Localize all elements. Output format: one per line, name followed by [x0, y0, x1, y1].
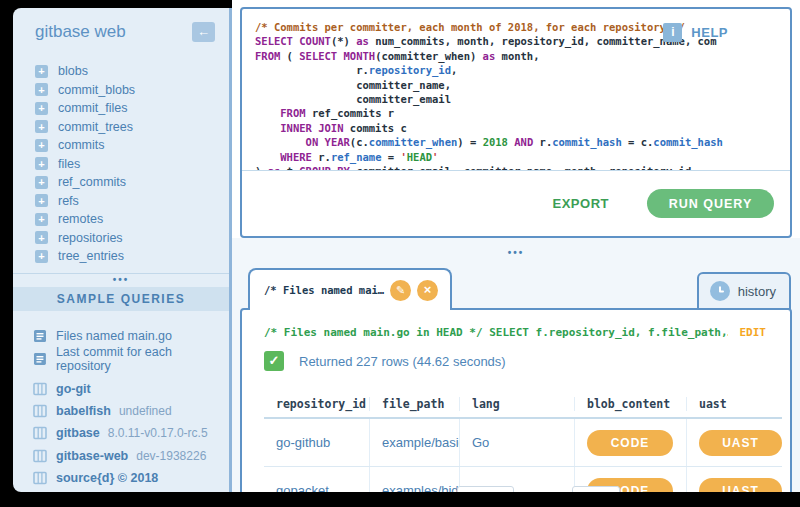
- column-header[interactable]: lang: [459, 397, 574, 411]
- sidebar-table-item[interactable]: + remotes: [13, 210, 229, 229]
- status-row: ✓ Returned 227 rows (44.62 seconds): [264, 351, 790, 371]
- expand-plus-icon[interactable]: +: [35, 83, 48, 96]
- tab-label: /* Files named mai…: [264, 284, 384, 296]
- table-name: commit_blobs: [58, 83, 135, 97]
- editor-footer: EXPORT RUN QUERY: [242, 170, 790, 236]
- history-label: history: [738, 284, 776, 299]
- expand-plus-icon[interactable]: +: [35, 157, 48, 170]
- expand-plus-icon[interactable]: +: [35, 194, 48, 207]
- code-line: WHERE r.ref_name = 'HEAD': [255, 150, 790, 164]
- code-button[interactable]: CODE: [587, 430, 673, 456]
- version-item: go-git: [13, 378, 229, 400]
- table-name: ref_commits: [58, 175, 126, 189]
- sidebar-table-item[interactable]: + commits: [13, 136, 229, 155]
- sidebar-collapse-button[interactable]: ←: [192, 22, 215, 42]
- sql-editor-panel: /* Commits per committer, each month of …: [240, 7, 792, 238]
- sidebar-table-item[interactable]: + repositories: [13, 229, 229, 248]
- sidebar-header: gitbase web ←: [13, 8, 229, 42]
- version-item: source{d} © 2018: [13, 467, 229, 489]
- table-header-row: repository_id file_path lang blob_conten…: [264, 391, 782, 419]
- sidebar-table-item[interactable]: + tree_entries: [13, 247, 229, 266]
- component-version: undefined: [119, 404, 172, 418]
- document-icon: [33, 352, 47, 366]
- book-icon: [33, 426, 47, 440]
- code-line: committer_name,: [255, 78, 790, 92]
- left-arrow-icon: ←: [197, 24, 210, 39]
- table-name: commit_files: [58, 101, 127, 115]
- edit-tab-button[interactable]: ✎: [390, 280, 411, 301]
- sidebar-table-item[interactable]: + files: [13, 155, 229, 174]
- success-checkbox[interactable]: ✓: [264, 351, 284, 371]
- expand-plus-icon[interactable]: +: [35, 231, 48, 244]
- table-name: blobs: [58, 64, 88, 78]
- pagination-control-partial[interactable]: [457, 486, 514, 492]
- check-icon: ✓: [269, 353, 280, 368]
- table-name: refs: [58, 194, 79, 208]
- sidebar-table-item[interactable]: + ref_commits: [13, 173, 229, 192]
- column-header[interactable]: uast: [686, 397, 782, 411]
- table-name: tree_entries: [58, 249, 124, 263]
- results-section: ••• /* Files named mai… ✎ ×: [232, 238, 800, 492]
- app-title: gitbase web: [35, 22, 126, 42]
- sample-query-label: Files named main.go: [56, 329, 172, 343]
- sample-query-item[interactable]: Last commit for each repository: [13, 348, 229, 371]
- sidebar-table-item[interactable]: + blobs: [13, 62, 229, 81]
- clock-icon: [710, 281, 730, 301]
- expand-plus-icon[interactable]: +: [35, 250, 48, 263]
- sample-query-label: Last commit for each repository: [56, 345, 229, 373]
- book-icon: [33, 404, 47, 418]
- component-name: go-git: [56, 382, 91, 396]
- sidebar-table-item[interactable]: + commit_trees: [13, 118, 229, 137]
- book-icon: [33, 471, 47, 485]
- cell-blob-content: CODE: [574, 419, 686, 466]
- sidebar-table-item[interactable]: + commit_blobs: [13, 81, 229, 100]
- drag-dots-icon: •••: [508, 250, 525, 256]
- table-row: gopacket examples/bidire… Go CODE UAST: [264, 467, 782, 492]
- status-text: Returned 227 rows (44.62 seconds): [299, 354, 506, 369]
- table-name: files: [58, 157, 80, 171]
- expand-plus-icon[interactable]: +: [35, 176, 48, 189]
- sidebar-splitter-handle[interactable]: •••: [13, 273, 229, 287]
- expand-plus-icon[interactable]: +: [35, 213, 48, 226]
- column-header[interactable]: file_path: [369, 397, 459, 411]
- version-list: go-git babelfish undefined: [13, 378, 229, 489]
- tab-files-named-main[interactable]: /* Files named mai… ✎ ×: [248, 268, 452, 310]
- cell-lang: Go: [459, 419, 574, 466]
- uast-button[interactable]: UAST: [699, 478, 782, 493]
- sidebar: gitbase web ← + blobs + commit_blobs +: [13, 8, 232, 492]
- expand-plus-icon[interactable]: +: [35, 120, 48, 133]
- drag-dots-icon: •••: [113, 277, 130, 283]
- close-tab-button[interactable]: ×: [417, 280, 438, 301]
- help-button[interactable]: i HELP: [663, 23, 728, 42]
- version-item: gitbase 8.0.11-v0.17.0-rc.5: [13, 422, 229, 444]
- component-name: source{d} © 2018: [56, 471, 158, 485]
- gitbase-web-app: gitbase web ← + blobs + commit_blobs +: [13, 0, 800, 492]
- expand-plus-icon[interactable]: +: [35, 65, 48, 78]
- column-header[interactable]: blob_content: [574, 397, 686, 411]
- export-button[interactable]: EXPORT: [553, 196, 609, 211]
- version-item: babelfish undefined: [13, 400, 229, 422]
- cell-file-path: example/basicau…: [369, 419, 459, 466]
- edit-query-button[interactable]: EDIT: [740, 326, 767, 339]
- sidebar-table-item[interactable]: + commit_files: [13, 99, 229, 118]
- cell-uast: UAST: [686, 419, 782, 466]
- run-query-button[interactable]: RUN QUERY: [647, 189, 774, 218]
- sample-queries-header: SAMPLE QUERIES: [13, 287, 229, 311]
- expand-plus-icon[interactable]: +: [35, 102, 48, 115]
- pencil-icon: ✎: [396, 284, 405, 296]
- column-header[interactable]: repository_id: [264, 397, 369, 411]
- table-list: + blobs + commit_blobs + commit_files + …: [13, 62, 229, 266]
- sidebar-table-item[interactable]: + refs: [13, 192, 229, 211]
- tab-history[interactable]: history: [697, 272, 791, 310]
- table-name: commits: [58, 138, 105, 152]
- results-panel: /* Files named main.go in HEAD */ SELECT…: [240, 308, 792, 492]
- expand-plus-icon[interactable]: +: [35, 139, 48, 152]
- uast-button[interactable]: UAST: [699, 430, 782, 456]
- component-name: babelfish: [56, 404, 111, 418]
- code-line: INNER JOIN commits c: [255, 121, 790, 135]
- table-name: commit_trees: [58, 120, 133, 134]
- main-splitter-handle[interactable]: •••: [232, 238, 800, 268]
- sample-query-list: Files named main.go Last commit for each…: [13, 325, 229, 371]
- pagination-control-partial[interactable]: [572, 486, 620, 492]
- tabs-row: /* Files named mai… ✎ × history: [232, 268, 800, 310]
